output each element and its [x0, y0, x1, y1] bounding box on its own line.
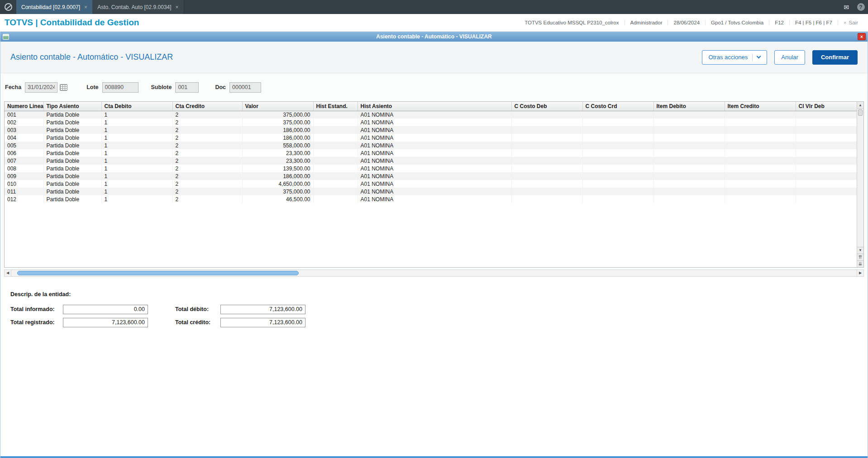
scroll-left-button[interactable]: ◀ [5, 270, 11, 276]
calendar-icon[interactable] [60, 84, 67, 91]
vertical-scroll-thumb[interactable] [858, 109, 863, 116]
mail-icon[interactable]: ✉ [839, 0, 854, 14]
table-cell: 008 [5, 165, 43, 172]
column-header-cta-credito[interactable]: Cta Credito [172, 102, 242, 111]
table-cell: A01 NOMINA [358, 172, 511, 180]
totvs-menu-button[interactable] [0, 0, 16, 14]
horizontal-scrollbar[interactable]: ◀ ▶ [4, 269, 864, 277]
table-row[interactable]: 007Partida Doble1223,300.00A01 NOMINA [5, 157, 857, 165]
column-header-hist-estand-[interactable]: Hist Estand. [313, 102, 358, 111]
table-cell: A01 NOMINA [358, 111, 511, 118]
table-row[interactable]: 006Partida Doble1223,300.00A01 NOMINA [5, 149, 857, 157]
top-tab-bar: Contabilidad [02.9.0007] × Asto. Contab.… [0, 0, 868, 14]
header-meta: TOTVS Educativo MSSQL P2310_colrox Admin… [519, 20, 863, 25]
table-cell: 1 [101, 180, 172, 188]
button-divider [752, 54, 753, 61]
table-cell: 2 [172, 111, 242, 118]
lote-label: Lote [86, 84, 98, 90]
table-cell: Partida Doble [43, 165, 101, 172]
table-cell [511, 188, 582, 195]
column-header-item-debito[interactable]: Item Debito [653, 102, 725, 111]
table-cell [313, 172, 358, 180]
environment-label: TOTVS Educativo MSSQL P2310_colrox [519, 20, 624, 25]
vertical-scroll-track[interactable] [857, 117, 863, 247]
table-row[interactable]: 009Partida Doble12186,000.00A01 NOMINA [5, 172, 857, 180]
fecha-field[interactable] [25, 82, 57, 93]
table-cell [582, 149, 653, 157]
table-cell: A01 NOMINA [358, 142, 511, 149]
anular-button[interactable]: Anular [774, 50, 805, 65]
table-cell: 1 [101, 195, 172, 203]
f12-button[interactable]: F12 [769, 20, 789, 25]
total-credito-field[interactable] [220, 318, 305, 327]
page-down-button[interactable]: ⇊ [857, 260, 863, 267]
table-cell: 011 [5, 188, 43, 195]
table-cell: A01 NOMINA [358, 134, 511, 142]
tab-close-icon[interactable]: × [176, 4, 179, 10]
table-cell [313, 195, 358, 203]
tab-close-icon[interactable]: × [84, 4, 87, 10]
sublote-field[interactable] [175, 82, 199, 93]
column-header-hist-asiento[interactable]: Hist Asiento [358, 102, 511, 111]
table-row[interactable]: 001Partida Doble12375,000.00A01 NOMINA [5, 111, 857, 118]
vertical-scrollbar[interactable]: ▲ ▼ ⇈ ⇊ [857, 102, 863, 267]
table-cell [725, 157, 796, 165]
page-up-button[interactable]: ⇈ [857, 254, 863, 260]
table-cell [796, 165, 857, 172]
table-cell [653, 134, 725, 142]
doc-field[interactable] [229, 82, 261, 93]
table-row[interactable]: 004Partida Doble12186,000.00A01 NOMINA [5, 134, 857, 142]
scroll-up-button[interactable]: ▲ [857, 102, 863, 109]
table-cell [511, 134, 582, 142]
table-row[interactable]: 002Partida Doble12375,000.00A01 NOMINA [5, 118, 857, 126]
function-keys[interactable]: F4 | F5 | F6 | F7 [789, 20, 838, 25]
table-row[interactable]: 008Partida Doble12139,500.00A01 NOMINA [5, 165, 857, 172]
table-cell: 010 [5, 180, 43, 188]
lote-field[interactable] [102, 82, 138, 93]
table-cell: 186,000.00 [242, 134, 313, 142]
table-cell: Partida Doble [43, 111, 101, 118]
horizontal-scroll-thumb[interactable] [17, 271, 299, 275]
column-header-c-costo-crd[interactable]: C Costo Crd [582, 102, 653, 111]
help-button[interactable]: ? [854, 0, 868, 14]
column-header-cl-vlr-deb[interactable]: Cl Vlr Deb [796, 102, 857, 111]
table-cell: 1 [101, 118, 172, 126]
table-cell: 009 [5, 172, 43, 180]
scroll-right-button[interactable]: ▶ [857, 270, 863, 276]
table-cell [796, 111, 857, 118]
column-header-item-credito[interactable]: Item Credito [725, 102, 796, 111]
table-cell [582, 157, 653, 165]
table-cell: 1 [101, 111, 172, 118]
sublote-label: Sublote [151, 84, 172, 90]
column-header-c-costo-deb[interactable]: C Costo Deb [511, 102, 582, 111]
table-cell: 1 [101, 188, 172, 195]
close-button[interactable]: × [858, 33, 866, 40]
table-row[interactable]: 012Partida Doble1246,500.00A01 NOMINA [5, 195, 857, 203]
scroll-down-button[interactable]: ▼ [857, 247, 863, 254]
table-cell [796, 180, 857, 188]
column-header-tipo-asiento[interactable]: Tipo Asiento [43, 102, 101, 111]
column-header-cta-debito[interactable]: Cta Debito [101, 102, 172, 111]
column-header-numero-linea[interactable]: Numero Linea [5, 102, 43, 111]
table-row[interactable]: 003Partida Doble12186,000.00A01 NOMINA [5, 126, 857, 134]
tab-contabilidad[interactable]: Contabilidad [02.9.0007] × [16, 0, 92, 14]
table-cell: Partida Doble [43, 134, 101, 142]
table-cell: 007 [5, 157, 43, 165]
tab-asto-contab-auto[interactable]: Asto. Contab. Auto [02.9.0034] × [92, 0, 184, 14]
total-informado-field[interactable] [63, 305, 148, 314]
table-row[interactable]: 010Partida Doble124,650,000.00A01 NOMINA [5, 180, 857, 188]
table-cell: A01 NOMINA [358, 126, 511, 134]
otras-acciones-button[interactable]: Otras acciones [702, 50, 768, 65]
table-cell: 2 [172, 149, 242, 157]
total-registrado-field[interactable] [63, 318, 148, 327]
table-row[interactable]: 005Partida Doble12558,000.00A01 NOMINA [5, 142, 857, 149]
confirmar-button[interactable]: Confirmar [812, 50, 858, 65]
dialog-buttons: Otras acciones Anular Confirmar [702, 50, 858, 65]
table-row[interactable]: 011Partida Doble12375,000.00A01 NOMINA [5, 188, 857, 195]
table-cell [725, 180, 796, 188]
page-title: TOTVS | Contabilidad de Gestion [5, 18, 139, 28]
table-cell [796, 172, 857, 180]
sair-button[interactable]: ×Sair [838, 20, 863, 25]
column-header-valor[interactable]: Valor [242, 102, 313, 111]
total-debito-field[interactable] [220, 305, 305, 314]
